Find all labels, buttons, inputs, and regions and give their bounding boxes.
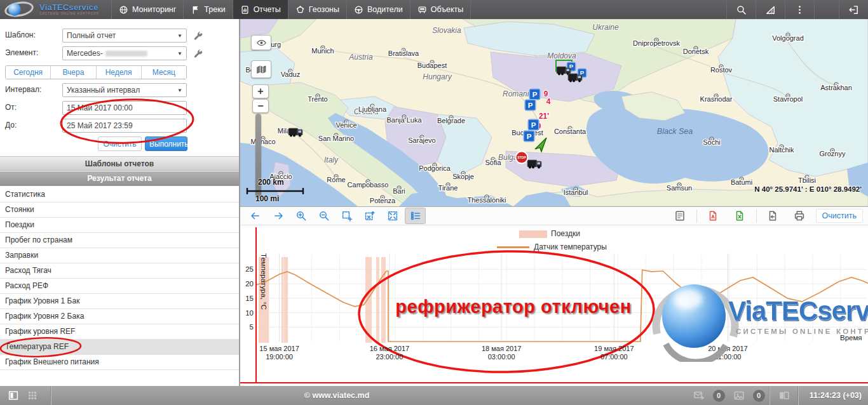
- zoom-out-icon: [318, 210, 330, 222]
- map-label: Tirane: [438, 184, 458, 192]
- nav-item-reports[interactable]: Отчеты: [233, 0, 288, 19]
- element-select[interactable]: Mercedes-▼: [62, 46, 187, 60]
- pdf-export-button[interactable]: [703, 208, 724, 224]
- nav-item-label: Мониторинг: [132, 5, 176, 14]
- map-visibility-eye-button[interactable]: [251, 35, 271, 50]
- svg-text:20: 20: [245, 280, 254, 288]
- element-settings-wrench-icon[interactable]: [193, 48, 203, 59]
- report-list-item[interactable]: Расход РЕФ: [0, 279, 239, 294]
- report-list-item[interactable]: Стоянки: [0, 202, 239, 218]
- section-report-templates[interactable]: Шаблоны отчетов: [0, 156, 239, 171]
- x-tick-label: 16 мая 201723:00:00: [348, 345, 431, 361]
- legend-temp-swatch: [497, 246, 529, 248]
- nav-item-tracks[interactable]: Треки: [184, 0, 233, 19]
- pan-right-icon: [273, 210, 284, 222]
- layers-map-icon: [256, 64, 267, 75]
- map-label: Thessaloniki: [467, 196, 506, 204]
- sidebar-toggle-button[interactable]: [4, 388, 23, 403]
- report-list-item[interactable]: Пробег по странам: [0, 233, 239, 248]
- zoom-in-icon: [295, 210, 307, 222]
- search-button[interactable]: [726, 0, 756, 19]
- template-select[interactable]: Полный отчет▼: [62, 29, 187, 43]
- report-list-item[interactable]: Заправки: [0, 248, 239, 263]
- x-tick-label: 18 мая 201703:00:00: [460, 345, 543, 361]
- report-list-item[interactable]: График Внешнего питания: [0, 355, 239, 370]
- quick-range-2[interactable]: Неделя: [97, 66, 142, 79]
- map-zoom-in-button[interactable]: +: [252, 84, 269, 98]
- chart-toolbar: Очистить: [240, 206, 868, 225]
- legend-toggle-button[interactable]: [405, 208, 426, 224]
- sidebar-toggle-icon: [8, 390, 19, 401]
- report-list-item[interactable]: Температура REF: [0, 340, 239, 355]
- logout-button[interactable]: [839, 0, 868, 19]
- zoom-window-button[interactable]: [336, 208, 357, 224]
- nav-item-geozones[interactable]: Геозоны: [288, 0, 347, 19]
- report-list-item[interactable]: Поездки: [0, 218, 239, 233]
- nav-item-objects[interactable]: Объекты: [410, 0, 471, 19]
- app-logo[interactable]: ViaTECservice СИСТЕМЫ ONLINE КОНТРОЛЯ: [0, 0, 112, 19]
- excel-export-button[interactable]: [729, 208, 750, 224]
- zoom-fit-button[interactable]: [382, 208, 403, 224]
- map-layers-button[interactable]: [251, 60, 271, 78]
- pan-right-button[interactable]: [268, 208, 288, 224]
- track-number-label: 4: [546, 97, 551, 106]
- photos-button[interactable]: [729, 388, 749, 403]
- zoom-reset-icon: [364, 210, 376, 222]
- zoom-in-button[interactable]: [290, 208, 311, 224]
- flag-icon: [191, 5, 200, 15]
- menu-dots-icon: [794, 4, 805, 15]
- template-settings-wrench-icon[interactable]: [193, 30, 203, 41]
- quick-range-3[interactable]: Месяц: [142, 66, 186, 79]
- map-label: Potenza: [370, 197, 396, 204]
- report-list-item[interactable]: График уровня REF: [0, 324, 239, 340]
- map-zoom-out-button[interactable]: −: [252, 99, 269, 113]
- to-date-input[interactable]: [62, 119, 187, 133]
- map-label: Hungary: [423, 72, 452, 81]
- quick-range-1[interactable]: Вчера: [51, 66, 96, 79]
- chart-panel[interactable]: 510152025Температура, °C ПоездкиДатчик т…: [240, 225, 868, 386]
- ruler-button[interactable]: [756, 0, 785, 19]
- eye-icon: [256, 37, 267, 48]
- zoom-out-button[interactable]: [313, 208, 334, 224]
- report-list-item[interactable]: График Уровня 2 Бака: [0, 309, 239, 324]
- ruler-icon: [765, 4, 776, 15]
- map-label: Moldova: [547, 51, 576, 60]
- map-canvas[interactable]: SlovakiaUkraineAustriaHungaryMoldovaRoma…: [240, 19, 868, 206]
- grid-view-button[interactable]: [23, 388, 42, 403]
- pan-left-button[interactable]: [245, 208, 266, 224]
- map-label: Romania: [503, 90, 533, 98]
- map-label: Rome: [327, 176, 345, 183]
- navbar-actions: [726, 0, 868, 19]
- chart-clear-button[interactable]: Очистить: [816, 209, 863, 223]
- table-report-button[interactable]: [670, 208, 691, 224]
- report-list-item[interactable]: График Уровня 1 Бак: [0, 294, 239, 309]
- import-report-button[interactable]: [763, 208, 783, 224]
- run-report-button[interactable]: Выполнить: [145, 136, 187, 151]
- trip-band: [381, 257, 386, 343]
- zoom-reset-button[interactable]: [359, 208, 380, 224]
- map-panel[interactable]: SlovakiaUkraineAustriaHungaryMoldovaRoma…: [240, 19, 868, 206]
- section-report-results[interactable]: Результат отчета: [0, 171, 239, 186]
- nav-item-monitoring[interactable]: Мониторинг: [112, 0, 184, 19]
- report-sidebar: Шаблон: Полный отчет▼ Элемент: Mercedes-…: [0, 19, 240, 386]
- from-date-input[interactable]: [62, 101, 187, 115]
- svg-text:P: P: [528, 102, 533, 109]
- report-list-item[interactable]: Статистика: [0, 187, 239, 202]
- menu-dots-button[interactable]: [785, 0, 814, 19]
- report-list-item[interactable]: Расход Тягач: [0, 263, 239, 279]
- panels-button[interactable]: [775, 388, 794, 403]
- quick-range-0[interactable]: Сегодня: [6, 66, 51, 79]
- excel-export-icon: [734, 210, 745, 222]
- interval-select[interactable]: Указанный интервал▼: [62, 83, 187, 97]
- nav-item-drivers[interactable]: Водители: [347, 0, 410, 19]
- messages-button[interactable]: [689, 388, 709, 403]
- print-button[interactable]: [789, 208, 810, 224]
- truck-icon: [417, 5, 427, 15]
- map-label: Slovakia: [432, 26, 461, 35]
- map-scale-mi: 100 mi: [255, 194, 279, 203]
- clear-form-button[interactable]: Очистить: [98, 136, 142, 151]
- legend-trips-label: Поездки: [551, 229, 580, 238]
- trip-band: [281, 257, 283, 343]
- to-label: До:: [5, 121, 17, 129]
- parking-marker: P: [528, 119, 539, 130]
